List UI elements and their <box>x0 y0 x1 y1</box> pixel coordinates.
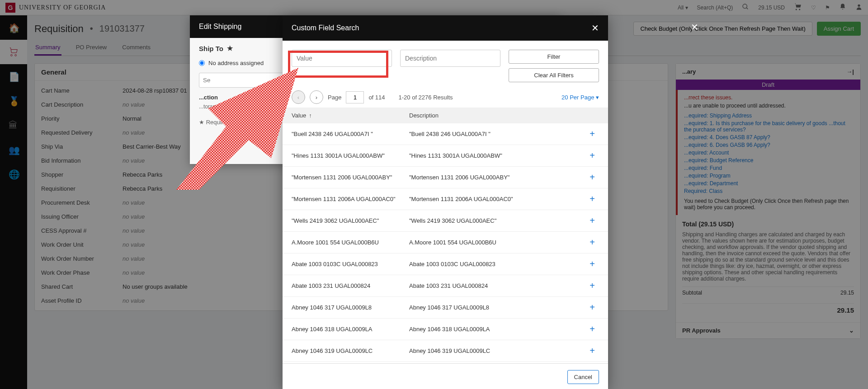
add-icon[interactable]: + <box>585 324 599 334</box>
filter-button[interactable]: Filter <box>509 50 599 64</box>
search-result-row: A.Moore 1001 554 UGAL000B6UA.Moore 1001 … <box>283 232 608 253</box>
star-icon: ★ <box>199 119 204 126</box>
row-description: Abney 1046 317 UGAL0009L8 <box>409 304 585 311</box>
add-icon[interactable]: + <box>585 172 599 183</box>
star-icon: ★ <box>227 44 233 52</box>
add-icon[interactable]: + <box>585 281 599 291</box>
prev-page-button[interactable]: ‹ <box>292 90 305 104</box>
per-page-dropdown[interactable]: 20 Per Page ▾ <box>561 94 599 101</box>
row-value: Abney 1046 319 UGAL0009LC <box>292 347 409 354</box>
no-address-radio[interactable] <box>199 60 205 66</box>
cfs-title: Custom Field Search <box>292 24 359 32</box>
row-description: "Buell 2438 246 UGAL000A7I " <box>409 131 585 137</box>
row-value: Abney 1046 318 UGAL0009LA <box>292 326 409 333</box>
search-result-row: Abate 1003 231 UGAL000824Abate 1003 231 … <box>283 275 608 297</box>
sort-asc-icon: ↑ <box>309 112 312 119</box>
row-value: "Wells 2419 3062 UGAL000AEC" <box>292 217 409 224</box>
search-result-row: "Mortensen 1131 2006 UGAL000ABY""Mortens… <box>283 167 608 188</box>
ship-to-label: Ship To <box>199 45 223 52</box>
edit-shipping-title: Edit Shipping <box>199 23 241 30</box>
add-icon[interactable]: + <box>585 346 599 356</box>
results-count: 1-20 of 2276 Results <box>399 94 453 101</box>
row-description: Abate 1003 0103C UGAL000823 <box>409 261 585 267</box>
of-pages: of 114 <box>368 94 385 101</box>
row-description: "Wells 2419 3062 UGAL000AEC" <box>409 217 585 224</box>
search-result-row: "Buell 2438 246 UGAL000A7I ""Buell 2438 … <box>283 123 608 145</box>
page-number-input[interactable] <box>346 91 364 103</box>
close-icon[interactable]: ✕ <box>591 23 599 33</box>
row-value: Abney 1046 317 UGAL0009L8 <box>292 304 409 311</box>
row-description: Abney 1046 318 UGAL0009LA <box>409 326 585 333</box>
search-result-row: "Wells 2419 3062 UGAL000AEC""Wells 2419 … <box>283 210 608 232</box>
row-description: Abate 1003 231 UGAL000824 <box>409 282 585 289</box>
add-icon[interactable]: + <box>585 237 599 248</box>
search-result-row: Abney 1046 317 UGAL0009L8Abney 1046 317 … <box>283 297 608 319</box>
add-icon[interactable]: + <box>585 259 599 269</box>
th-value[interactable]: Value ↑ <box>292 112 409 119</box>
custom-field-search-modal: Custom Field Search ✕ ✕ Filter Clear All… <box>283 15 608 389</box>
row-value: "Mortensen 1131 2006A UGAL000AC0" <box>292 196 409 202</box>
row-description: "Hines 1131 3001A UGAL000ABW" <box>409 152 585 159</box>
no-address-label: No address assigned <box>208 60 264 66</box>
add-icon[interactable]: + <box>585 216 599 226</box>
row-value: "Buell 2438 246 UGAL000A7I " <box>292 131 409 137</box>
search-result-row: "Mortensen 1131 2006A UGAL000AC0""Morten… <box>283 188 608 210</box>
next-page-button[interactable]: › <box>310 90 323 104</box>
row-description: "Mortensen 1131 2006A UGAL000AC0" <box>409 196 585 202</box>
add-icon[interactable]: + <box>585 129 599 139</box>
page-label: Page <box>328 94 341 101</box>
row-value: "Hines 1131 3001A UGAL000ABW" <box>292 152 409 159</box>
cancel-button[interactable]: Cancel <box>567 370 599 384</box>
value-filter-input[interactable] <box>292 50 392 67</box>
row-description: Abney 1046 319 UGAL0009LC <box>409 347 585 354</box>
description-filter-input[interactable] <box>400 50 500 67</box>
row-value: Abate 1003 231 UGAL000824 <box>292 282 409 289</box>
row-value: Abate 1003 0103C UGAL000823 <box>292 261 409 267</box>
search-result-row: Abate 1003 0103C UGAL000823Abate 1003 01… <box>283 253 608 275</box>
row-description: "Mortensen 1131 2006 UGAL000ABY" <box>409 174 585 181</box>
row-value: A.Moore 1001 554 UGAL000B6U <box>292 239 409 246</box>
required-fields-note: Required fields <box>206 119 245 126</box>
add-icon[interactable]: + <box>585 194 599 204</box>
clear-filters-button[interactable]: Clear All Filters <box>509 68 599 82</box>
row-description: A.Moore 1001 554 UGAL000B6U <box>409 239 585 246</box>
th-description[interactable]: Description <box>409 112 599 119</box>
add-icon[interactable]: + <box>585 302 599 313</box>
search-result-row: Abney 1046 319 UGAL0009LCAbney 1046 319 … <box>283 340 608 362</box>
search-result-row: "Hines 1131 3001A UGAL000ABW""Hines 1131… <box>283 145 608 167</box>
outer-close-icon[interactable]: ✕ <box>691 22 698 33</box>
add-icon[interactable]: + <box>585 150 599 161</box>
search-result-row: Abney 1046 318 UGAL0009LAAbney 1046 318 … <box>283 319 608 340</box>
row-value: "Mortensen 1131 2006 UGAL000ABY" <box>292 174 409 181</box>
